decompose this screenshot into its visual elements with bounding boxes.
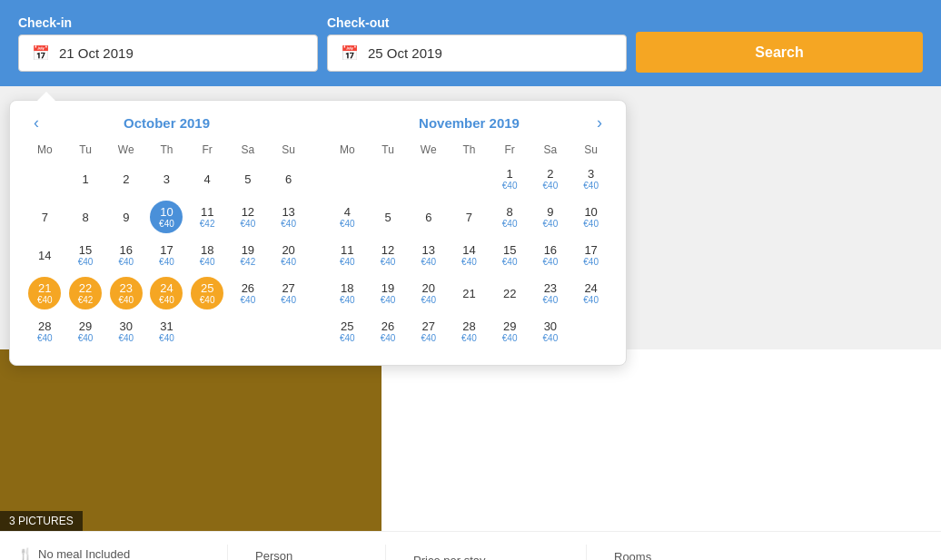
list-item[interactable]: 18€40 [187,236,228,274]
list-item[interactable]: 13€40 [408,236,449,274]
list-item[interactable]: 3 [146,160,187,198]
weekday-header: Mo [327,140,368,160]
list-item[interactable]: 6 [408,198,449,236]
meal-text: No meal Included [38,547,130,560]
list-item[interactable]: 16€40 [530,236,571,274]
weekday-header: Tu [65,140,106,160]
list-item[interactable]: 1 [65,160,106,198]
weekday-header: Fr [187,140,228,160]
calendars-row: ‹ October 2019 MoTuWeThFrSaSu 1234567891… [25,115,611,350]
list-item[interactable]: 26€40 [228,274,269,312]
list-item[interactable]: 30€40 [530,312,571,350]
november-calendar: November 2019 › MoTuWeThFrSaSu 1€402€403… [327,115,611,350]
weekday-header: Mo [25,140,65,160]
list-item[interactable]: 18€40 [327,274,368,312]
list-item[interactable]: 17€40 [570,236,611,274]
list-item[interactable]: 31€40 [146,312,187,350]
list-item[interactable]: 29€40 [490,312,530,350]
calendar-arrow [37,92,55,101]
weekday-header: We [105,140,146,160]
list-item[interactable]: 21 [449,274,490,312]
october-calendar: ‹ October 2019 MoTuWeThFrSaSu 1234567891… [25,115,309,350]
table-row: 18€4019€4020€40212223€4024€40 [327,274,611,312]
checkin-input[interactable]: 📅 21 Oct 2019 [18,34,318,72]
list-item[interactable]: 22 [490,274,530,312]
list-item[interactable]: 17€40 [146,236,187,274]
main-content: 3 PICTURES 🍴 No meal Included Triple Roo… [0,349,941,560]
list-item[interactable]: 25€40 [327,312,368,350]
rooms-section: Rooms 0 ▼ [614,550,705,561]
list-item[interactable]: 8€40 [490,198,530,236]
list-item[interactable]: 19€40 [368,274,409,312]
weekday-header: We [408,140,449,160]
list-item[interactable]: 15€40 [65,236,106,274]
list-item[interactable]: 21€40 [25,274,65,312]
list-item[interactable]: 20€40 [408,274,449,312]
list-item[interactable]: 24€40 [146,274,187,312]
list-item[interactable]: 20€40 [268,236,309,274]
list-item[interactable]: 5 [368,198,409,236]
list-item[interactable]: 29€40 [65,312,106,350]
list-item[interactable]: 23€40 [105,274,146,312]
list-item[interactable]: 14 [25,236,65,274]
list-item[interactable]: 5 [228,160,269,198]
list-item[interactable]: 10€40 [146,198,187,236]
list-item[interactable]: 2€40 [530,160,571,198]
weekday-header: Sa [228,140,269,160]
list-item[interactable]: 22€42 [65,274,106,312]
list-item[interactable]: 12€40 [368,236,409,274]
list-item[interactable]: 8 [65,198,106,236]
calendar-icon-checkin: 📅 [32,44,50,62]
october-header: ‹ October 2019 [25,115,309,131]
list-item[interactable]: 16€40 [105,236,146,274]
list-item[interactable]: 9 [105,198,146,236]
checkin-value: 21 Oct 2019 [59,45,134,61]
table-row: 28€4029€4030€4031€40 [25,312,309,350]
price-label: Price per stay [413,554,559,561]
list-item[interactable]: 30€40 [105,312,146,350]
list-item [570,312,611,350]
weekday-header: Th [146,140,187,160]
list-item[interactable]: 19€42 [228,236,269,274]
list-item[interactable]: 24€40 [570,274,611,312]
list-item[interactable]: 27€40 [408,312,449,350]
list-item[interactable]: 14€40 [449,236,490,274]
list-item[interactable]: 7 [449,198,490,236]
table-row: 25€4026€4027€4028€4029€4030€40 [327,312,611,350]
weekday-header: Th [449,140,490,160]
list-item[interactable]: 11€42 [187,198,228,236]
list-item[interactable]: 4 [187,160,228,198]
weekday-header: Su [268,140,309,160]
list-item [449,160,490,198]
list-item[interactable]: 12€40 [228,198,269,236]
pictures-badge[interactable]: 3 PICTURES [0,511,83,531]
list-item[interactable]: 6 [268,160,309,198]
list-item[interactable]: 28€40 [25,312,65,350]
list-item[interactable]: 15€40 [490,236,530,274]
meal-info: 🍴 No meal Included Triple Room NO min st… [18,547,200,560]
list-item[interactable]: 26€40 [368,312,409,350]
next-month-button[interactable]: › [588,113,611,133]
list-item[interactable]: 11€40 [327,236,368,274]
list-item[interactable]: 23€40 [530,274,571,312]
list-item[interactable]: 2 [105,160,146,198]
checkout-input[interactable]: 📅 25 Oct 2019 [327,34,627,72]
weekday-header: Fr [490,140,530,160]
search-button[interactable]: Search [636,32,923,73]
list-item [368,160,409,198]
list-item[interactable]: 3€40 [570,160,611,198]
weekday-header: Tu [368,140,409,160]
list-item [187,312,228,350]
list-item[interactable]: 7 [25,198,65,236]
list-item[interactable]: 4€40 [327,198,368,236]
list-item[interactable]: 28€40 [449,312,490,350]
list-item[interactable]: 9€40 [530,198,571,236]
divider-1 [227,545,228,560]
list-item[interactable]: 27€40 [268,274,309,312]
list-item[interactable]: 10€40 [570,198,611,236]
list-item[interactable]: 13€40 [268,198,309,236]
november-title: November 2019 [419,115,520,131]
list-item[interactable]: 25€40 [187,274,228,312]
prev-month-button[interactable]: ‹ [25,113,48,133]
list-item[interactable]: 1€40 [490,160,530,198]
